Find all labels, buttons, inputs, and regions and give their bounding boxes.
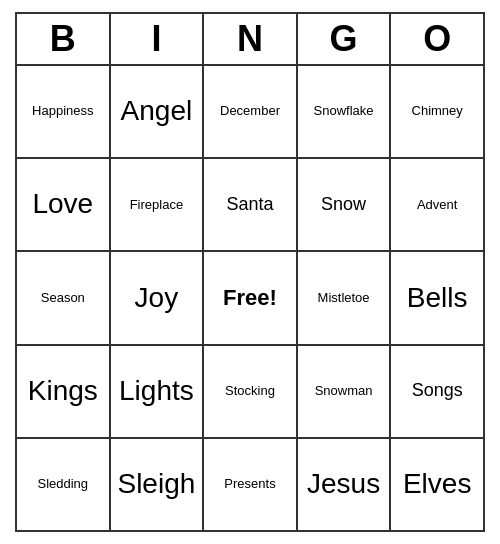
cell-label: Sledding bbox=[37, 477, 88, 491]
bingo-cell: Snowflake bbox=[298, 66, 392, 157]
header-letter: I bbox=[111, 14, 205, 64]
cell-label: Snow bbox=[321, 195, 366, 215]
bingo-row: LoveFireplaceSantaSnowAdvent bbox=[17, 159, 483, 252]
cell-label: Jesus bbox=[307, 469, 380, 500]
cell-label: Happiness bbox=[32, 104, 93, 118]
cell-label: Stocking bbox=[225, 384, 275, 398]
bingo-header: BINGO bbox=[17, 14, 483, 66]
bingo-cell: Love bbox=[17, 159, 111, 250]
header-letter: G bbox=[298, 14, 392, 64]
bingo-cell: Advent bbox=[391, 159, 483, 250]
bingo-card: BINGO HappinessAngelDecemberSnowflakeChi… bbox=[15, 12, 485, 532]
bingo-cell: Fireplace bbox=[111, 159, 205, 250]
bingo-cell: December bbox=[204, 66, 298, 157]
cell-label: Chimney bbox=[412, 104, 463, 118]
bingo-row: HappinessAngelDecemberSnowflakeChimney bbox=[17, 66, 483, 159]
cell-label: Sleigh bbox=[117, 469, 195, 500]
cell-label: Angel bbox=[121, 96, 193, 127]
bingo-row: SeasonJoyFree!MistletoeBells bbox=[17, 252, 483, 345]
cell-label: Mistletoe bbox=[318, 291, 370, 305]
header-letter: B bbox=[17, 14, 111, 64]
cell-label: Fireplace bbox=[130, 198, 183, 212]
bingo-cell: Season bbox=[17, 252, 111, 343]
bingo-cell: Chimney bbox=[391, 66, 483, 157]
cell-label: Season bbox=[41, 291, 85, 305]
cell-label: Kings bbox=[28, 376, 98, 407]
cell-label: Lights bbox=[119, 376, 194, 407]
bingo-cell: Joy bbox=[111, 252, 205, 343]
cell-label: Snowman bbox=[315, 384, 373, 398]
bingo-cell: Happiness bbox=[17, 66, 111, 157]
cell-label: Love bbox=[32, 189, 93, 220]
bingo-cell: Songs bbox=[391, 346, 483, 437]
header-letter: N bbox=[204, 14, 298, 64]
bingo-cell: Kings bbox=[17, 346, 111, 437]
cell-label: Snowflake bbox=[314, 104, 374, 118]
bingo-cell: Mistletoe bbox=[298, 252, 392, 343]
bingo-row: KingsLightsStockingSnowmanSongs bbox=[17, 346, 483, 439]
cell-label: Joy bbox=[135, 283, 179, 314]
bingo-body: HappinessAngelDecemberSnowflakeChimneyLo… bbox=[17, 66, 483, 530]
cell-label: Elves bbox=[403, 469, 471, 500]
bingo-cell: Presents bbox=[204, 439, 298, 530]
cell-label: Presents bbox=[224, 477, 275, 491]
bingo-cell: Sledding bbox=[17, 439, 111, 530]
cell-label: Songs bbox=[412, 381, 463, 401]
header-letter: O bbox=[391, 14, 483, 64]
cell-label: Free! bbox=[223, 286, 277, 310]
bingo-row: SleddingSleighPresentsJesusElves bbox=[17, 439, 483, 530]
bingo-cell: Lights bbox=[111, 346, 205, 437]
bingo-cell: Free! bbox=[204, 252, 298, 343]
bingo-cell: Jesus bbox=[298, 439, 392, 530]
bingo-cell: Bells bbox=[391, 252, 483, 343]
bingo-cell: Snow bbox=[298, 159, 392, 250]
bingo-cell: Stocking bbox=[204, 346, 298, 437]
bingo-cell: Snowman bbox=[298, 346, 392, 437]
bingo-cell: Sleigh bbox=[111, 439, 205, 530]
bingo-cell: Santa bbox=[204, 159, 298, 250]
cell-label: Advent bbox=[417, 198, 457, 212]
cell-label: Bells bbox=[407, 283, 468, 314]
cell-label: Santa bbox=[226, 195, 273, 215]
bingo-cell: Elves bbox=[391, 439, 483, 530]
bingo-cell: Angel bbox=[111, 66, 205, 157]
cell-label: December bbox=[220, 104, 280, 118]
